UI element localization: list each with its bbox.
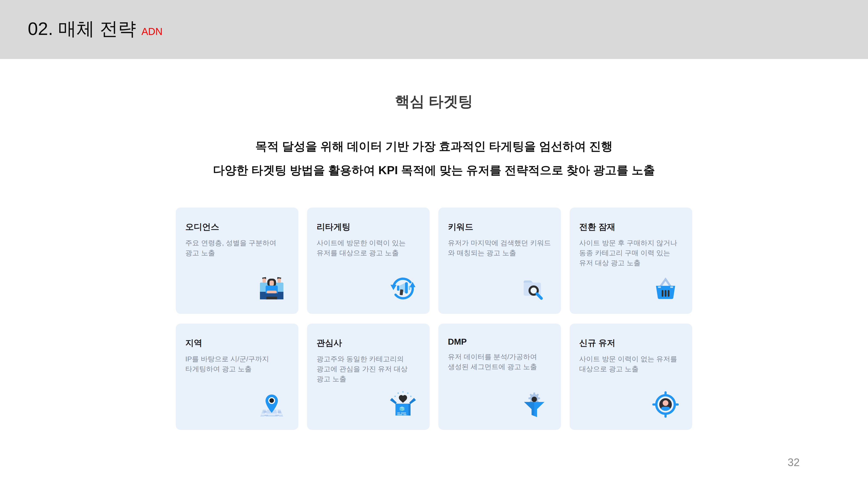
header-inner: 02. 매체 전략 ADN [0, 0, 868, 38]
card-title: DMP [448, 337, 552, 347]
people-group-icon [257, 274, 286, 303]
card-title: 리타게팅 [317, 221, 421, 233]
card-region: 지역 IP를 바탕으로 시/군/구까지 타게팅하여 광고 노출 [176, 324, 299, 430]
top-header-bar: 02. 매체 전략 ADN [0, 0, 868, 59]
main-title: 핵심 타겟팅 [0, 94, 868, 109]
card-conversion-potential: 전환 잠재 사이트 방문 후 구매하지 않거나 동종 카테고리 구매 이력 있는… [569, 207, 692, 314]
card-dmp: DMP 유저 데이터를 분석/가공하여 생성된 세그먼트에 광고 노출 [438, 324, 561, 430]
card-description: IP를 바탕으로 시/군/구까지 타게팅하여 광고 노출 [185, 354, 289, 374]
folder-search-icon [520, 274, 549, 303]
card-retargeting: 리타게팅 사이트에 방문한 이력이 있는 유저를 대상으로 광고 노출 [307, 207, 430, 314]
retargeting-refresh-megaphone-icon [389, 274, 417, 303]
card-keyword: 키워드 유저가 마지막에 검색했던 키워드 와 매칭되는 광고 노출 [438, 207, 561, 314]
header-title: 02. 매체 전략 [28, 19, 136, 39]
card-description: 사이트 방문 후 구매하지 않거나 동종 카테고리 구매 이력 있는 유저 대상… [579, 238, 683, 268]
map-pin-icon [257, 390, 286, 419]
card-audience: 오디언스 주요 연령층, 성별을 구분하여 광고 노출 [176, 207, 299, 314]
card-description: 주요 연령층, 성별을 구분하여 광고 노출 [185, 238, 289, 258]
card-description: 유저가 마지막에 검색했던 키워드 와 매칭되는 광고 노출 [448, 238, 552, 258]
card-description: 사이트 방문 이력이 없는 유저를 대상으로 광고 노출 [579, 354, 683, 374]
card-interest: 관심사 광고주와 동일한 카테고리의 광고에 관심을 가진 유저 대상 광고 노… [307, 324, 430, 430]
subtitle-line-2: 다양한 타겟팅 방법을 활용하여 KPI 목적에 맞는 유저를 전략적으로 찾아… [0, 164, 868, 176]
user-target-icon [651, 390, 680, 419]
card-title: 지역 [185, 337, 289, 349]
card-new-user: 신규 유저 사이트 방문 이력이 없는 유저를 대상으로 광고 노출 [569, 324, 692, 430]
adn-label: ADN [142, 26, 162, 37]
card-title: 오디언스 [185, 221, 289, 233]
card-title: 키워드 [448, 221, 552, 233]
card-title: 전환 잠재 [579, 221, 683, 233]
card-description: 광고주와 동일한 카테고리의 광고에 관심을 가진 유저 대상 광고 노출 [317, 354, 421, 384]
card-title: 관심사 [317, 337, 421, 349]
shopping-basket-icon [651, 274, 680, 303]
targeting-cards-grid: 오디언스 주요 연령층, 성별을 구분하여 광고 노출 [176, 207, 692, 430]
box-heart-icon [389, 390, 417, 419]
slide: 02. 매체 전략 ADN 핵심 타겟팅 목적 달성을 위해 데이터 기반 가장… [0, 0, 868, 488]
funnel-gear-icon [520, 390, 549, 419]
subtitle-line-1: 목적 달성을 위해 데이터 기반 가장 효과적인 타게팅을 엄선하여 진행 [0, 140, 868, 152]
card-description: 사이트에 방문한 이력이 있는 유저를 대상으로 광고 노출 [317, 238, 421, 258]
card-description: 유저 데이터를 분석/가공하여 생성된 세그먼트에 광고 노출 [448, 352, 552, 372]
page-number: 32 [787, 456, 800, 469]
card-title: 신규 유저 [579, 337, 683, 349]
